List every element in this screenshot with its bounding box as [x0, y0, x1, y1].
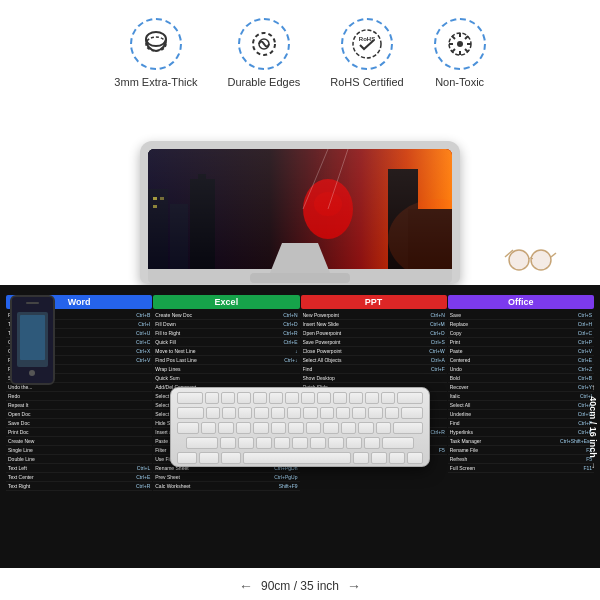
svg-point-33	[509, 250, 529, 270]
nontoxic-icon	[434, 18, 486, 70]
office-shortcuts: SaveCtrl+S ReplaceCtrl+H CopyCtrl+C Prin…	[448, 311, 594, 562]
office-header: Office	[448, 295, 594, 309]
keyboard	[170, 387, 430, 467]
svg-rect-18	[170, 204, 188, 269]
svg-rect-23	[153, 205, 157, 208]
edges-label: Durable Edges	[227, 76, 300, 88]
edges-icon	[238, 18, 290, 70]
svg-line-14	[465, 36, 468, 39]
monitor-section	[0, 98, 600, 283]
monitor-stand	[270, 243, 330, 273]
main-container: 3mm Extra-Thick Durable Edges RoHS	[0, 0, 600, 600]
svg-rect-29	[408, 209, 452, 269]
svg-point-38	[29, 370, 35, 376]
feature-edges: Durable Edges	[227, 18, 300, 88]
svg-rect-17	[148, 189, 168, 269]
nontoxic-label: Non-Toxic	[435, 76, 484, 88]
svg-rect-19	[190, 179, 215, 269]
rohs-icon: RoHS	[341, 18, 393, 70]
svg-point-24	[303, 179, 353, 239]
svg-rect-39	[26, 302, 39, 304]
monitor-base	[250, 273, 350, 283]
svg-rect-20	[198, 174, 206, 189]
svg-rect-22	[160, 197, 164, 200]
svg-point-25	[314, 192, 342, 216]
feature-nontoxic: Non-Toxic	[434, 18, 486, 88]
height-measurement: ↑ 40cm / 16 inch ↓	[588, 383, 598, 471]
svg-line-12	[452, 36, 455, 39]
height-label: 40cm / 16 inch	[588, 392, 598, 462]
svg-line-27	[328, 149, 348, 209]
rohs-label: RoHS Certified	[330, 76, 403, 88]
svg-point-4	[353, 30, 381, 58]
keyboard-overlay	[170, 387, 430, 467]
feature-thick: 3mm Extra-Thick	[114, 18, 197, 88]
svg-rect-37	[20, 315, 45, 360]
thick-label: 3mm Extra-Thick	[114, 76, 197, 88]
svg-line-13	[465, 49, 468, 52]
phone-screen	[12, 297, 53, 383]
phone	[10, 295, 55, 385]
feature-rohs: RoHS RoHS Certified	[330, 18, 403, 88]
svg-point-7	[457, 41, 463, 47]
measurements-row: ← 90cm / 35 inch →	[0, 568, 600, 600]
svg-rect-28	[388, 169, 418, 269]
svg-line-15	[452, 49, 455, 52]
excel-header: Excel	[153, 295, 299, 309]
thick-icon	[130, 18, 182, 70]
glasses	[503, 245, 558, 275]
svg-line-26	[303, 149, 328, 209]
office-column: Office SaveCtrl+S ReplaceCtrl+H CopyCtrl…	[448, 295, 594, 562]
width-label: 90cm / 35 inch	[261, 579, 339, 593]
features-row: 3mm Extra-Thick Durable Edges RoHS	[0, 0, 600, 98]
svg-rect-21	[153, 197, 157, 200]
ppt-header: PPT	[301, 295, 447, 309]
svg-point-30	[388, 199, 452, 269]
mousepad-section: Word Font BoldCtrl+B Text ItalicCtrl+I T…	[0, 285, 600, 568]
svg-point-34	[531, 250, 551, 270]
